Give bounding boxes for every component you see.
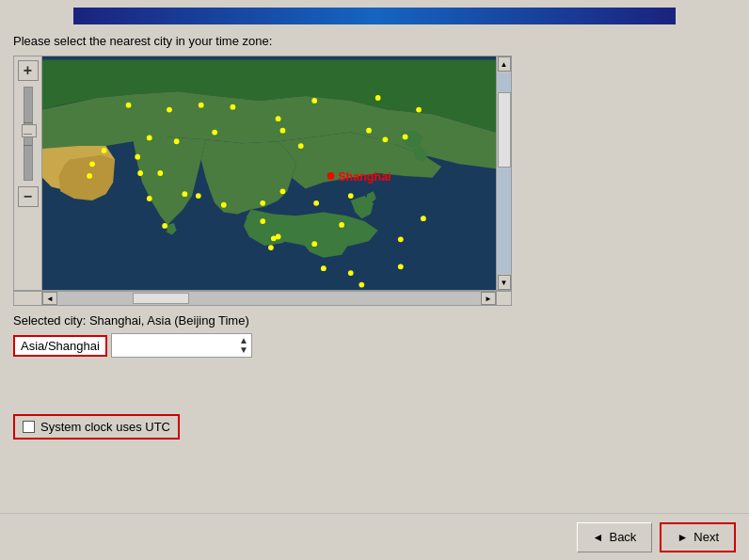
city-manila[interactable]: [339, 222, 344, 228]
city-kuala-lumpur[interactable]: [276, 234, 281, 240]
scroll-right-arrow[interactable]: ►: [481, 292, 496, 305]
city-dhaka[interactable]: [196, 193, 201, 199]
city-yakutsk[interactable]: [311, 98, 317, 104]
city-novosibirsk[interactable]: [167, 107, 172, 113]
city-guam[interactable]: [421, 216, 426, 221]
map-scrollbar-h: ◄ ►: [13, 291, 512, 306]
zoom-controls: + ——— −: [14, 56, 42, 290]
zoom-slider-track: ———: [24, 87, 33, 181]
city-kabul[interactable]: [135, 154, 140, 160]
city-palau[interactable]: [398, 236, 404, 242]
city-shanghai-dot[interactable]: [327, 172, 335, 180]
city-vladivostok[interactable]: [366, 128, 372, 134]
city-riyadh[interactable]: [87, 173, 92, 179]
city-chongqing[interactable]: [280, 188, 286, 194]
city-rangoon[interactable]: [221, 202, 227, 208]
city-bangkok[interactable]: [260, 218, 265, 224]
progress-bar: [73, 8, 676, 24]
city-tokyo[interactable]: [403, 135, 408, 140]
utc-checkbox-label: System clock uses UTC: [40, 420, 170, 434]
city-seoul[interactable]: [383, 136, 389, 142]
city-tashkent[interactable]: [147, 136, 152, 141]
city-ulaanbaatar[interactable]: [276, 116, 281, 121]
city-yekaterinburg[interactable]: [126, 103, 132, 108]
city-almaty[interactable]: [174, 138, 180, 144]
scrollbar-corner-right: [496, 292, 511, 305]
next-label: Next: [693, 530, 719, 544]
next-button[interactable]: ► Next: [660, 522, 736, 552]
instruction-text: Please select the nearest city in your t…: [13, 34, 736, 48]
timezone-secondary-wrapper[interactable]: ▲▼: [111, 333, 252, 358]
city-delhi[interactable]: [157, 170, 163, 176]
timezone-row: Asia/Shanghai ▲▼: [13, 333, 736, 358]
city-dili[interactable]: [348, 270, 354, 276]
city-jakarta[interactable]: [268, 245, 274, 250]
selected-city-text: Selected city: Shanghai, Asia (Beijing T…: [13, 313, 736, 328]
city-jayapura[interactable]: [398, 264, 404, 269]
city-beijing[interactable]: [298, 143, 304, 149]
city-mumbai[interactable]: [147, 196, 152, 201]
scrollbar-h-track: [57, 292, 481, 305]
city-omsk[interactable]: [199, 103, 204, 108]
city-kuwait[interactable]: [89, 161, 95, 167]
utc-checkbox[interactable]: [23, 421, 35, 433]
main-content: Please select the nearest city in your t…: [0, 24, 749, 449]
city-hongkong[interactable]: [313, 200, 319, 206]
city-tehran[interactable]: [102, 148, 107, 153]
timezone-primary: Asia/Shanghai: [13, 335, 107, 357]
city-irkutsk[interactable]: [231, 104, 236, 110]
scrollbar-thumb-v[interactable]: [498, 92, 511, 168]
timezone-secondary-select[interactable]: [111, 333, 252, 358]
city-colombo[interactable]: [162, 223, 167, 229]
back-button[interactable]: ◄ Back: [577, 522, 653, 552]
city-kamchatka[interactable]: [416, 107, 422, 113]
bottom-bar: ◄ Back ► Next: [0, 513, 749, 560]
map-container[interactable]: + ——— −: [13, 56, 512, 291]
city-makassar[interactable]: [321, 265, 327, 271]
city-shanghai-label: Shanghai: [338, 170, 390, 184]
city-kolkata[interactable]: [182, 191, 187, 197]
city-harbin[interactable]: [280, 128, 286, 134]
back-icon: ◄: [593, 531, 604, 544]
city-karachi[interactable]: [137, 170, 143, 176]
city-hanoi[interactable]: [260, 200, 265, 206]
map-scrollbar-v: ▲ ▼: [496, 56, 511, 290]
city-darwin[interactable]: [359, 282, 364, 288]
utc-checkbox-section[interactable]: System clock uses UTC: [13, 414, 180, 440]
city-magadan[interactable]: [375, 95, 381, 101]
city-urumqi[interactable]: [212, 130, 217, 136]
scroll-up-arrow[interactable]: ▲: [498, 56, 511, 72]
next-icon: ►: [677, 531, 688, 544]
city-taipei[interactable]: [348, 193, 354, 199]
map-area[interactable]: Shanghai: [42, 56, 496, 290]
city-brunei[interactable]: [311, 241, 317, 247]
scroll-down-arrow[interactable]: ▼: [498, 275, 511, 290]
zoom-out-button[interactable]: −: [18, 186, 39, 207]
scrollbar-corner-left: [14, 292, 42, 305]
scrollbar-h-thumb[interactable]: [133, 293, 189, 304]
scroll-left-arrow[interactable]: ◄: [42, 292, 57, 305]
zoom-in-button[interactable]: +: [18, 60, 39, 81]
back-label: Back: [609, 530, 636, 544]
